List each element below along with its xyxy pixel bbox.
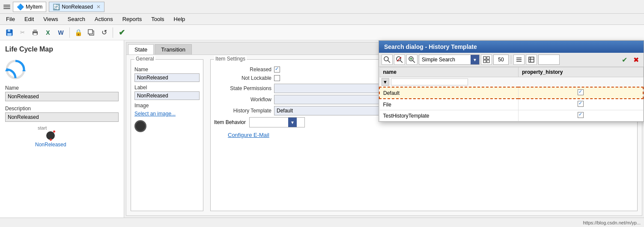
cancel-button[interactable]: ✖ <box>631 54 641 65</box>
undo-button[interactable]: ↺ <box>98 27 110 39</box>
close-tab-icon[interactable]: ✕ <box>96 4 101 10</box>
name-input[interactable] <box>5 92 119 101</box>
search-results-table: name property_history ▼ <box>379 67 644 121</box>
search-text-input[interactable] <box>538 54 560 65</box>
state-circle <box>46 131 55 140</box>
svg-rect-25 <box>529 57 534 62</box>
toolbar-separator-2 <box>113 27 113 38</box>
node-dot-2 <box>50 139 52 141</box>
general-name-label: Name <box>134 67 200 73</box>
configure-email-row: Configure E-Mail <box>221 132 634 138</box>
status-bar: https://blog.csdn.net/m/yp... <box>0 218 644 227</box>
image-circle <box>134 120 146 132</box>
general-image-field: Image Select an image... <box>134 103 200 132</box>
clear-search-button[interactable] <box>394 54 405 65</box>
table-row[interactable]: TestHistoryTemplate <box>379 110 643 121</box>
description-input[interactable] <box>5 112 119 122</box>
toolbar-separator-1 <box>69 27 70 38</box>
filter-toggle[interactable]: ▼ <box>382 78 389 86</box>
menu-file[interactable]: File <box>2 15 19 23</box>
lifecycle-icon <box>5 59 119 80</box>
svg-rect-1 <box>8 30 10 32</box>
tab-nonreleased-label: NonReleased <box>62 4 93 10</box>
menu-search[interactable]: Search <box>63 15 89 23</box>
menu-actions[interactable]: Actions <box>90 15 117 23</box>
svg-rect-20 <box>483 60 486 63</box>
search-type-text: Simple Search <box>419 57 471 63</box>
check-button[interactable]: ✔ <box>116 27 128 39</box>
general-name-input[interactable] <box>134 73 200 82</box>
not-lockable-checkbox[interactable] <box>274 75 280 81</box>
configure-email-link[interactable]: Configure E-Mail <box>228 132 269 138</box>
general-label-field: Label <box>134 85 200 100</box>
list-view-button[interactable] <box>513 54 525 65</box>
tab-state[interactable]: State <box>128 44 154 54</box>
menu-tools[interactable]: Tools <box>147 15 168 23</box>
grid-view-button[interactable] <box>481 54 492 65</box>
menu-help[interactable]: Help <box>170 15 190 23</box>
property-history-checkbox-1[interactable] <box>578 101 584 107</box>
diagram-area: start NonReleased <box>5 125 119 160</box>
workflow-label: Workflow <box>214 97 274 103</box>
search-button[interactable] <box>382 54 393 65</box>
search-type-arrow[interactable]: ▼ <box>471 55 479 64</box>
count-input[interactable] <box>493 54 509 65</box>
apply-button[interactable]: ✔ <box>619 54 629 65</box>
tab-nonreleased[interactable]: 🔄 NonReleased ✕ <box>49 2 104 12</box>
menu-edit[interactable]: Edit <box>20 15 38 23</box>
svg-point-13 <box>397 57 401 61</box>
saved-searches-button[interactable] <box>406 54 417 65</box>
row-name: Default <box>379 87 518 99</box>
item-behavior-arrow[interactable]: ▼ <box>288 118 297 127</box>
save-button[interactable] <box>3 27 15 39</box>
state-node: NonReleased <box>35 131 66 148</box>
row-property-history <box>518 110 643 121</box>
title-bar: 🔷 MyItem 🔄 NonReleased ✕ <box>0 0 644 14</box>
svg-rect-7 <box>88 30 92 34</box>
property-history-checkbox-0[interactable] <box>578 89 584 95</box>
search-type-dropdown[interactable]: Simple Search ▼ <box>419 54 480 65</box>
filter-name-input[interactable] <box>391 79 468 85</box>
general-label-input[interactable] <box>134 91 200 100</box>
svg-marker-9 <box>22 68 26 71</box>
property-history-checkbox-2[interactable] <box>578 112 584 118</box>
item-behavior-select[interactable]: ▼ <box>249 117 305 127</box>
table-row[interactable]: Default <box>379 87 643 99</box>
row-name: TestHistoryTemplate <box>379 110 518 121</box>
print-button[interactable] <box>29 27 41 39</box>
copy-button[interactable] <box>85 27 97 39</box>
left-panel: Life Cycle Map Name Description start No… <box>0 40 124 218</box>
myitem-icon: 🔷 <box>17 3 24 10</box>
lock-button[interactable]: 🔒 <box>72 27 84 39</box>
panel-title: Life Cycle Map <box>5 45 119 53</box>
item-behavior-label: Item Behavior <box>214 119 246 125</box>
menu-bar: File Edit Views Search Actions Reports T… <box>0 14 644 25</box>
table-row[interactable]: File <box>379 99 643 110</box>
column-name: name <box>379 67 518 77</box>
select-image-link[interactable]: Select an image... <box>134 110 200 117</box>
tab-myitem[interactable]: 🔷 MyItem <box>13 2 46 12</box>
excel-button[interactable]: X <box>42 27 54 39</box>
general-name-field: Name <box>134 67 200 82</box>
outline-view-button[interactable] <box>526 54 537 65</box>
released-checkbox[interactable] <box>274 67 280 73</box>
search-dialog: Search dialog - History Template Simple … <box>379 40 644 122</box>
menu-icon[interactable] <box>3 3 10 10</box>
select-image-anchor[interactable]: Select an image... <box>134 111 176 117</box>
tab-transition[interactable]: Transition <box>155 44 192 54</box>
menu-reports[interactable]: Reports <box>118 15 146 23</box>
menu-views[interactable]: Views <box>39 15 62 23</box>
item-behavior-input[interactable] <box>250 119 288 125</box>
history-template-label: History Template <box>214 108 274 114</box>
toolbar: ✂ X W 🔒 ↺ ✔ <box>0 25 644 40</box>
cut-button[interactable]: ✂ <box>16 27 28 39</box>
svg-rect-5 <box>33 33 37 35</box>
svg-rect-4 <box>33 30 37 32</box>
svg-rect-2 <box>7 33 12 36</box>
svg-rect-18 <box>483 57 486 59</box>
svg-line-17 <box>413 61 415 63</box>
description-label: Description <box>5 106 119 112</box>
tab-myitem-label: MyItem <box>26 4 42 10</box>
word-button[interactable]: W <box>55 27 67 39</box>
general-image-label: Image <box>134 103 200 109</box>
